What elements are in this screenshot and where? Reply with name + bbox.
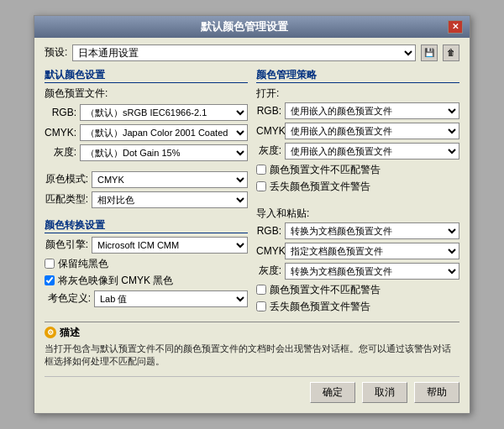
paste-mismatch-check-row: 颜色预置文件不匹配警告 — [256, 283, 459, 297]
paste-label: 导入和粘贴: — [256, 207, 459, 221]
left-column: 默认颜色设置 颜色预置文件: RGB: （默认）sRGB IEC61966-2.… — [45, 68, 248, 317]
two-column-layout: 默认颜色设置 颜色预置文件: RGB: （默认）sRGB IEC61966-2.… — [45, 68, 459, 317]
gray-label: 灰度: — [45, 145, 76, 160]
color-management-section-title: 颜色管理策略 — [256, 68, 459, 83]
dialog-body: 预设: 日本通用设置 💾 🗑 默认颜色设置 颜色预置文件: RGB: （默认）s… — [34, 38, 470, 414]
delete-preset-button[interactable]: 🗑 — [443, 44, 459, 61]
cm-rgb-label: RGB: — [256, 105, 281, 117]
keep-black-label: 保留纯黑色 — [58, 257, 108, 271]
paste-cmyk-row: CMYK: 指定文档颜色预置文件 — [256, 243, 459, 259]
match-type-row: 匹配类型: 相对比色 — [45, 191, 248, 208]
preset-row: 预设: 日本通用设置 💾 🗑 — [45, 44, 459, 61]
map-gray-checkbox[interactable] — [45, 275, 55, 285]
match-type-select[interactable]: 相对比色 — [92, 191, 248, 208]
color-def-select[interactable]: Lab 值 — [94, 290, 248, 307]
engine-label: 颜色引擎: — [45, 238, 88, 252]
description-text: 当打开包含与默认预置文件不同的颜色预置文件的文档时会出现警告对话框。您可以通过该… — [45, 343, 459, 369]
cm-gray-select[interactable]: 使用嵌入的颜色预置文件 — [285, 143, 459, 160]
color-def-row: 考色定义: Lab 值 — [45, 290, 248, 307]
cm-gray-row: 灰度: 使用嵌入的颜色预置文件 — [256, 143, 459, 160]
paste-gray-row: 灰度: 转换为文档颜色预置文件 — [256, 263, 459, 280]
cmyk-row: CMYK: （默认）Japan Color 2001 Coated — [45, 124, 248, 141]
paste-missing-check-row: 丢失颜色预置文件警告 — [256, 300, 459, 314]
save-preset-button[interactable]: 💾 — [421, 44, 438, 61]
title-bar: 默认颜色管理设置 ✕ — [34, 16, 470, 38]
close-button[interactable]: ✕ — [448, 20, 463, 34]
description-title: 猫述 — [60, 326, 80, 340]
match-type-label: 匹配类型: — [45, 192, 88, 207]
default-color-section-title: 默认颜色设置 — [45, 68, 248, 83]
paste-missing-label: 丢失颜色预置文件警告 — [270, 300, 370, 314]
cm-cmyk-label: CMYK: — [256, 125, 281, 137]
open-label: 打开: — [256, 86, 459, 101]
mismatch-checkbox[interactable] — [256, 165, 266, 175]
cm-gray-label: 灰度: — [256, 144, 281, 158]
dialog-title: 默认颜色管理设置 — [41, 19, 448, 34]
keep-black-checkbox[interactable] — [45, 259, 55, 269]
gray-select[interactable]: （默认）Dot Gain 15% — [80, 144, 248, 161]
rgb-select[interactable]: （默认）sRGB IEC61966-2.1 — [80, 104, 248, 121]
paste-cmyk-select[interactable]: 指定文档颜色预置文件 — [285, 243, 459, 259]
cancel-button[interactable]: 取消 — [362, 382, 407, 403]
mismatch-label: 颜色预置文件不匹配警告 — [270, 163, 381, 177]
paste-gray-select[interactable]: 转换为文档颜色预置文件 — [285, 263, 459, 280]
cm-cmyk-select[interactable]: 使用嵌入的颜色预置文件 — [285, 123, 459, 139]
paste-mismatch-label: 颜色预置文件不匹配警告 — [270, 283, 381, 297]
right-column: 颜色管理策略 打开: RGB: 使用嵌入的颜色预置文件 CMYK: 使用嵌入的颜… — [256, 68, 459, 317]
cm-cmyk-row: CMYK: 使用嵌入的颜色预置文件 — [256, 123, 459, 139]
paste-rgb-label: RGB: — [256, 225, 281, 237]
paste-gray-label: 灰度: — [256, 264, 281, 278]
paste-mismatch-checkbox[interactable] — [256, 285, 266, 295]
map-gray-row: 将灰色映像到 CMYK 黑色 — [45, 274, 248, 288]
rgb-label: RGB: — [45, 107, 76, 118]
engine-row: 颜色引擎: Microsoft ICM CMM — [45, 237, 248, 254]
paste-missing-checkbox[interactable] — [256, 301, 266, 311]
ok-button[interactable]: 确定 — [310, 382, 355, 403]
missing-checkbox[interactable] — [256, 181, 266, 191]
original-mode-select[interactable]: CMYK — [92, 171, 248, 188]
paste-rgb-row: RGB: 转换为文档颜色预置文件 — [256, 222, 459, 239]
cmyk-select[interactable]: （默认）Japan Color 2001 Coated — [80, 124, 248, 141]
cmyk-label: CMYK: — [45, 127, 76, 139]
description-header: ⚙ 猫述 — [45, 326, 459, 340]
paste-rgb-select[interactable]: 转换为文档颜色预置文件 — [285, 222, 459, 239]
keep-black-row: 保留纯黑色 — [45, 257, 248, 271]
gray-row: 灰度: （默认）Dot Gain 15% — [45, 144, 248, 161]
mismatch-check-row: 颜色预置文件不匹配警告 — [256, 163, 459, 177]
dialog: 默认颜色管理设置 ✕ 预设: 日本通用设置 💾 🗑 默认颜色设置 颜色预置文件:… — [34, 15, 470, 415]
description-section: ⚙ 猫述 当打开包含与默认预置文件不同的颜色预置文件的文档时会出现警告对话框。您… — [45, 322, 459, 369]
color-conversion-section-title: 颜色转换设置 — [45, 218, 248, 233]
color-preset-label: 颜色预置文件: — [45, 86, 248, 101]
original-mode-row: 原色模式: CMYK — [45, 171, 248, 188]
map-gray-label: 将灰色映像到 CMYK 黑色 — [58, 274, 173, 288]
engine-select[interactable]: Microsoft ICM CMM — [92, 237, 248, 254]
cm-rgb-select[interactable]: 使用嵌入的颜色预置文件 — [285, 102, 459, 119]
help-button[interactable]: 帮助 — [414, 382, 459, 403]
preset-select[interactable]: 日本通用设置 — [72, 44, 416, 61]
rgb-row: RGB: （默认）sRGB IEC61966-2.1 — [45, 104, 248, 121]
missing-label: 丢失颜色预置文件警告 — [270, 180, 370, 194]
preset-label: 预设: — [45, 45, 67, 60]
cm-rgb-row: RGB: 使用嵌入的颜色预置文件 — [256, 102, 459, 119]
original-mode-label: 原色模式: — [45, 172, 88, 186]
description-icon: ⚙ — [45, 327, 56, 338]
paste-cmyk-label: CMYK: — [256, 245, 281, 257]
color-def-label: 考色定义: — [45, 291, 91, 306]
missing-check-row: 丢失颜色预置文件警告 — [256, 180, 459, 194]
button-row: 确定 取消 帮助 — [45, 376, 459, 406]
